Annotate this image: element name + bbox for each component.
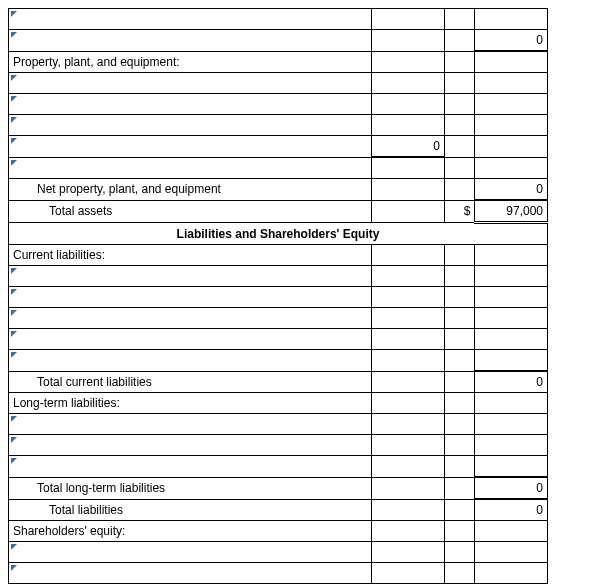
table-row	[9, 94, 548, 115]
table-row: Current liabilities:	[9, 245, 548, 266]
se-label: Shareholders' equity:	[9, 521, 372, 542]
input-cell[interactable]	[9, 542, 372, 563]
table-row: 0	[9, 30, 548, 52]
table-row	[9, 329, 548, 350]
input-cell[interactable]	[9, 287, 372, 308]
table-row: Long-term liabilities:	[9, 393, 548, 414]
input-cell[interactable]	[9, 73, 372, 94]
table-row: Total assets $ 97,000	[9, 200, 548, 223]
total-assets-label: Total assets	[9, 200, 372, 223]
table-row	[9, 287, 548, 308]
total-liab-label: Total liabilities	[9, 499, 372, 521]
input-cell[interactable]	[9, 136, 372, 158]
table-row	[9, 157, 548, 179]
liab-se-header: Liabilities and Shareholders' Equity	[9, 223, 548, 245]
ppe-label: Property, plant, and equipment:	[9, 51, 372, 73]
value-cell: 0	[475, 30, 548, 52]
table-row	[9, 414, 548, 435]
lt-liab-label: Long-term liabilities:	[9, 393, 372, 414]
input-cell[interactable]	[9, 266, 372, 287]
input-cell[interactable]	[9, 157, 372, 179]
total-current-liab-label: Total current liabilities	[9, 371, 372, 393]
total-lt-liab-label: Total long-term liabilities	[9, 477, 372, 499]
table-row	[9, 350, 548, 372]
table-row: Property, plant, and equipment:	[9, 51, 548, 73]
input-cell[interactable]	[9, 456, 372, 478]
value-cell: 0	[475, 179, 548, 201]
table-row: Total current liabilities 0	[9, 371, 548, 393]
value-cell: 0	[475, 371, 548, 393]
input-cell[interactable]	[9, 350, 372, 372]
table-row: Total liabilities 0	[9, 499, 548, 521]
input-cell[interactable]	[9, 308, 372, 329]
input-cell[interactable]	[9, 94, 372, 115]
current-liab-label: Current liabilities:	[9, 245, 372, 266]
table-row	[9, 308, 548, 329]
balance-sheet-table: 0 Property, plant, and equipment: 0	[8, 8, 548, 584]
value-cell: 0	[372, 136, 445, 158]
input-cell[interactable]	[9, 30, 372, 52]
table-row: Liabilities and Shareholders' Equity	[9, 223, 548, 245]
table-row: Total long-term liabilities 0	[9, 477, 548, 499]
total-assets-value: 97,000	[475, 200, 548, 223]
table-row: 0	[9, 136, 548, 158]
value-cell: 0	[475, 499, 548, 521]
value-cell: 0	[475, 477, 548, 499]
table-row: Net property, plant, and equipment 0	[9, 179, 548, 201]
table-row	[9, 456, 548, 478]
table-row	[9, 73, 548, 94]
input-cell[interactable]	[9, 9, 372, 30]
table-row	[9, 542, 548, 563]
table-row	[9, 266, 548, 287]
currency-cell: $	[444, 200, 475, 223]
input-cell[interactable]	[9, 414, 372, 435]
input-cell[interactable]	[9, 435, 372, 456]
net-ppe-label: Net property, plant, and equipment	[9, 179, 372, 201]
input-cell[interactable]	[9, 563, 372, 584]
table-row	[9, 9, 548, 30]
table-row	[9, 563, 548, 584]
input-cell[interactable]	[9, 329, 372, 350]
table-row	[9, 115, 548, 136]
input-cell[interactable]	[9, 115, 372, 136]
table-row: Shareholders' equity:	[9, 521, 548, 542]
table-row	[9, 435, 548, 456]
